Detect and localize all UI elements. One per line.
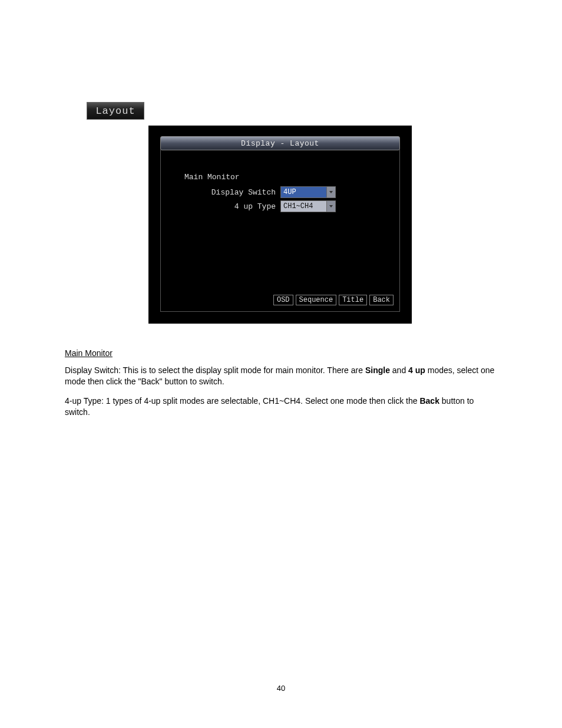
- four-up-type-value: CH1~CH4: [281, 202, 326, 210]
- display-switch-label: Display Switch: [173, 188, 280, 197]
- paragraph-display-switch: Display Switch: This is to select the di…: [65, 365, 501, 387]
- body-text: Main Monitor Display Switch: This is to …: [65, 348, 501, 417]
- four-up-type-label: 4 up Type: [173, 202, 280, 211]
- chevron-down-icon: [329, 191, 333, 193]
- dvr-bottom-buttons: OSD Sequence Title Back: [273, 295, 394, 305]
- display-switch-dropdown[interactable]: 4UP: [280, 186, 336, 198]
- paragraph-four-up: 4-up Type: 1 types of 4-up split modes a…: [65, 396, 501, 418]
- dvr-titlebar: Display - Layout: [160, 136, 400, 150]
- display-switch-row: Display Switch 4UP: [173, 186, 388, 198]
- four-up-type-dropdown[interactable]: CH1~CH4: [280, 200, 336, 212]
- layout-caption-text: Layout: [95, 106, 135, 117]
- dvr-body: Main Monitor Display Switch 4UP 4 up Typ…: [160, 149, 400, 312]
- page-number: 40: [277, 684, 285, 693]
- layout-caption-image: Layout: [87, 102, 144, 120]
- back-button[interactable]: Back: [369, 295, 394, 305]
- chevron-down-icon: [329, 205, 333, 207]
- dvr-window: Display - Layout Main Monitor Display Sw…: [148, 126, 412, 324]
- sequence-button[interactable]: Sequence: [296, 295, 337, 305]
- osd-button[interactable]: OSD: [273, 295, 293, 305]
- title-button[interactable]: Title: [339, 295, 367, 305]
- display-switch-value: 4UP: [281, 188, 326, 196]
- display-switch-arrow[interactable]: [326, 187, 335, 197]
- four-up-type-row: 4 up Type CH1~CH4: [173, 200, 388, 212]
- main-monitor-heading: Main Monitor: [65, 348, 501, 359]
- main-monitor-section-label: Main Monitor: [184, 173, 388, 182]
- dvr-title-text: Display - Layout: [241, 139, 319, 148]
- four-up-type-arrow[interactable]: [326, 201, 335, 212]
